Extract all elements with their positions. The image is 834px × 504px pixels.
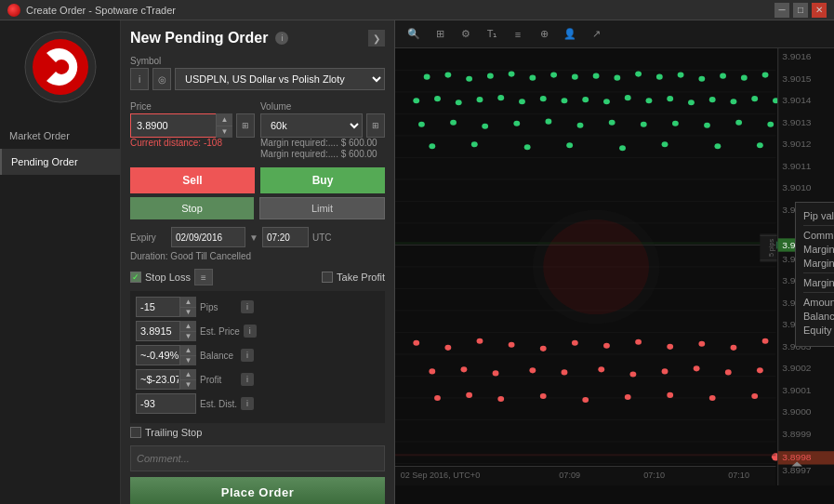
sidebar-item-market-order[interactable]: Market Order bbox=[0, 123, 120, 149]
popup-margin-sell-label: Margin required (Sell): bbox=[803, 258, 834, 269]
svg-point-72 bbox=[429, 143, 435, 149]
take-profit-checkbox-label[interactable]: Take Profit bbox=[322, 272, 385, 283]
expiry-date-input[interactable] bbox=[171, 227, 245, 247]
chart-social-button[interactable]: ⊕ bbox=[533, 24, 555, 45]
svg-point-28 bbox=[487, 73, 494, 79]
stop-loss-checkbox-label[interactable]: ✓ Stop Loss bbox=[130, 272, 191, 283]
sl-price-info-icon[interactable]: i bbox=[244, 325, 257, 338]
chart-share-button[interactable]: ↗ bbox=[585, 24, 607, 45]
sl-pips-unit: Pips bbox=[200, 302, 237, 312]
svg-point-105 bbox=[434, 395, 441, 401]
svg-point-56 bbox=[709, 97, 716, 102]
expiry-time-input[interactable] bbox=[262, 227, 309, 247]
svg-point-53 bbox=[646, 98, 653, 103]
svg-point-111 bbox=[667, 392, 673, 398]
svg-point-74 bbox=[524, 144, 531, 150]
sl-dist-input[interactable] bbox=[136, 393, 196, 414]
svg-point-32 bbox=[572, 74, 578, 80]
sell-button[interactable]: Sell bbox=[130, 167, 255, 193]
sl-pips-down-button[interactable]: ▼ bbox=[179, 308, 196, 318]
chart-t1-button[interactable]: T₁ bbox=[481, 24, 503, 45]
price-volume-row: Price ▲ ▼ ⊞ Current distance: -108 Volum… bbox=[130, 96, 385, 160]
collapse-button[interactable]: ❯ bbox=[368, 30, 385, 46]
chart-search-button[interactable]: 🔍 bbox=[403, 24, 425, 45]
trailing-stop-checkbox-label[interactable]: Trailing Stop bbox=[130, 427, 202, 438]
panel-header: New Pending Order i ❯ bbox=[130, 30, 385, 46]
svg-point-47 bbox=[519, 99, 525, 104]
svg-point-26 bbox=[444, 73, 451, 78]
sl-profit-info-icon[interactable]: i bbox=[241, 373, 254, 386]
trailing-stop-label: Trailing Stop bbox=[145, 427, 202, 438]
sl-balance-up-button[interactable]: ▲ bbox=[179, 345, 196, 356]
svg-point-94 bbox=[429, 368, 435, 374]
close-button[interactable]: ✕ bbox=[812, 3, 827, 18]
svg-point-91 bbox=[698, 341, 705, 347]
sl-price-up-button[interactable]: ▲ bbox=[179, 321, 196, 332]
svg-point-66 bbox=[609, 120, 616, 126]
svg-point-55 bbox=[688, 99, 695, 105]
svg-point-78 bbox=[714, 143, 721, 149]
price-table-button[interactable]: ⊞ bbox=[236, 113, 255, 138]
buy-button[interactable]: Buy bbox=[260, 167, 385, 193]
maximize-button[interactable]: □ bbox=[793, 3, 808, 18]
stop-loss-settings-button[interactable]: ≡ bbox=[194, 269, 213, 285]
sl-price-down-button[interactable]: ▼ bbox=[179, 332, 196, 342]
sl-dist-row: Est. Dist. i bbox=[136, 393, 379, 414]
svg-point-30 bbox=[529, 75, 536, 81]
sl-pips-info-icon[interactable]: i bbox=[241, 300, 254, 313]
volume-select[interactable]: 60k bbox=[260, 113, 363, 138]
price-label: Price bbox=[130, 101, 255, 112]
comment-input[interactable] bbox=[130, 445, 385, 471]
symbol-chart-button[interactable]: ◎ bbox=[152, 68, 171, 90]
symbol-info-button[interactable]: i bbox=[130, 68, 149, 90]
limit-button[interactable]: Limit bbox=[259, 197, 385, 219]
volume-table-button[interactable]: ⊞ bbox=[366, 113, 385, 138]
svg-point-46 bbox=[497, 95, 504, 100]
sl-pips-spinners: ▲ ▼ bbox=[179, 297, 196, 317]
form-panel: New Pending Order i ❯ Symbol i ◎ USDPLN,… bbox=[121, 20, 395, 504]
expiry-label: Expiry bbox=[130, 232, 167, 243]
svg-point-103 bbox=[725, 369, 732, 375]
svg-point-79 bbox=[757, 142, 763, 148]
place-order-button[interactable]: Place Order bbox=[130, 477, 385, 504]
titlebar-left: Create Order - Spotware cTrader bbox=[7, 4, 176, 17]
svg-point-99 bbox=[598, 366, 604, 372]
chart-list-button[interactable]: ≡ bbox=[507, 24, 529, 45]
svg-point-48 bbox=[540, 96, 547, 101]
sl-pips-up-button[interactable]: ▲ bbox=[179, 297, 196, 308]
chart-settings-button[interactable]: ⚙ bbox=[455, 24, 477, 45]
svg-point-84 bbox=[477, 338, 483, 344]
trailing-stop-row: Trailing Stop bbox=[130, 427, 385, 438]
sl-profit-down-button[interactable]: ▼ bbox=[179, 380, 196, 391]
svg-point-27 bbox=[466, 76, 472, 82]
svg-point-45 bbox=[477, 97, 483, 102]
svg-point-92 bbox=[731, 345, 737, 351]
svg-rect-115 bbox=[395, 454, 775, 456]
popup-pip-label: Pip value: bbox=[803, 210, 834, 221]
svg-point-109 bbox=[582, 397, 589, 403]
chart-person-button[interactable]: 👤 bbox=[559, 24, 581, 45]
price-down-button[interactable]: ▼ bbox=[216, 126, 232, 139]
price-up-button[interactable]: ▲ bbox=[216, 113, 232, 126]
svg-point-71 bbox=[767, 122, 774, 127]
svg-text:3.9015: 3.9015 bbox=[782, 73, 811, 83]
sl-pips-wrap: ▲ ▼ bbox=[136, 297, 196, 317]
stop-loss-checkbox[interactable]: ✓ bbox=[130, 272, 141, 283]
svg-point-64 bbox=[546, 119, 552, 125]
sidebar-item-pending-order[interactable]: Pending Order bbox=[0, 149, 120, 175]
sl-profit-up-button[interactable]: ▲ bbox=[179, 369, 196, 380]
sl-balance-spinners: ▲ ▼ bbox=[179, 345, 196, 365]
title-info-icon[interactable]: i bbox=[275, 32, 288, 45]
symbol-select[interactable]: USDPLN, US Dollar vs Polish Zloty bbox=[175, 68, 385, 90]
minimize-button[interactable]: ─ bbox=[774, 3, 789, 18]
svg-point-34 bbox=[614, 75, 620, 81]
sl-balance-info-icon[interactable]: i bbox=[241, 349, 254, 362]
take-profit-checkbox[interactable] bbox=[322, 272, 333, 283]
svg-point-54 bbox=[667, 96, 673, 101]
sl-dist-info-icon[interactable]: i bbox=[241, 397, 254, 410]
trailing-stop-checkbox[interactable] bbox=[130, 427, 141, 438]
popup-divider-1 bbox=[803, 225, 834, 226]
sl-balance-down-button[interactable]: ▼ bbox=[179, 356, 196, 366]
chart-grid-button[interactable]: ⊞ bbox=[429, 24, 451, 45]
stop-button[interactable]: Stop bbox=[130, 197, 254, 219]
